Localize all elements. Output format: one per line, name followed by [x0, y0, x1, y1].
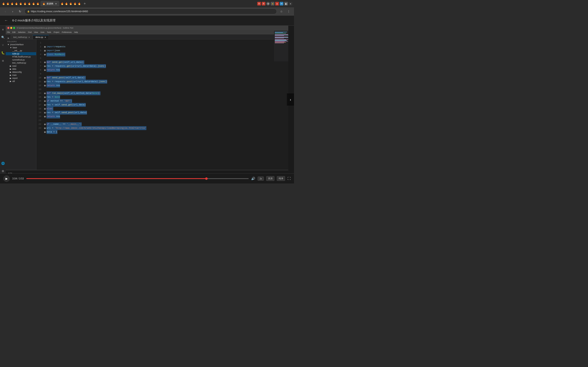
code-line-1: import requests [44, 45, 288, 49]
sidebar-htmltestrunner[interactable]: HTMLTestRunner.py [6, 55, 36, 58]
code-line-12 [44, 87, 288, 91]
suite-py-label: suite.py [12, 53, 19, 55]
bookmark-btn[interactable]: ☆ [278, 8, 284, 14]
sidebar-root[interactable]: ▼ jmoocInterface [6, 43, 36, 46]
video-controls: ▶ 3:04 / 3:53 🔊 2x 高清 纯净 ⛶ [0, 173, 294, 184]
tab-close-demo[interactable]: ✕ [44, 36, 46, 38]
editor-tab-test[interactable]: test_method.py ✕ [11, 35, 33, 39]
new-tab-btn[interactable]: + [82, 1, 87, 7]
terminal-area: F{F ====================================… [6, 170, 288, 173]
reload-btn[interactable]: ↻ [17, 8, 23, 14]
extension-icon-4[interactable]: ★ [271, 2, 274, 6]
sidebar-dataconfig-folder[interactable]: ▶dataconfig [6, 71, 36, 74]
sidebar-runmethod[interactable]: runmethod.py [6, 58, 36, 61]
titlebar-controls [7, 27, 15, 29]
runmethod-label: runmethod.py [12, 59, 25, 61]
back-btn[interactable]: ‹ [2, 8, 8, 14]
active-tab-icon: 🔥 [43, 2, 45, 5]
panel-icon-gear[interactable]: ⚙ [1, 169, 5, 173]
sidebar-base-folder[interactable]: ▼ base [6, 46, 36, 49]
nav-right: ☆ ⋮ [278, 8, 292, 14]
code-line-20 [44, 118, 288, 122]
flame-icon-r1: 🔥 [60, 2, 64, 6]
sidebar-root-label: jmoocInterface [10, 43, 24, 46]
editor-tab-demo[interactable]: demo.py ✕ [33, 35, 49, 39]
extension-icon-1[interactable]: R [257, 2, 261, 6]
dataconfig-label: dataconfig [12, 71, 22, 73]
panel-icon-menu[interactable]: ≡ [1, 27, 5, 32]
lock-icon: 🔒 [27, 10, 30, 12]
editor-title-path: E:\www\jmoocInterface\base\demo.py [jmoo… [17, 27, 73, 29]
progress-thumb[interactable] [205, 177, 208, 180]
menu-preferences[interactable]: Preferences [62, 31, 72, 33]
code-line-13: def run_main(self,url,method,data=None): [44, 91, 288, 95]
url-text: https://coding.imooc.com/lesson/155.html… [31, 10, 88, 13]
quality-btn[interactable]: 高清 [266, 176, 274, 181]
flame-icon-9: 🔥 [36, 2, 40, 6]
maximize-window-btn[interactable] [13, 27, 15, 29]
extension-icon-7[interactable]: ◧ [284, 2, 288, 6]
minimize-window-btn[interactable] [10, 27, 12, 29]
data-label: data [12, 68, 16, 70]
tab-close-test[interactable]: ✕ [28, 36, 30, 38]
sidebar-report-folder[interactable]: ▶report [6, 77, 36, 80]
code-line-18: res = self.send_post(url,data) [44, 111, 288, 115]
testmethod-label: test_method.py [12, 62, 26, 64]
tab-close-btn[interactable]: ✕ [54, 2, 57, 5]
sidebar-case-folder[interactable]: ▶case [6, 64, 36, 67]
menu-goto[interactable]: Goto [40, 31, 44, 33]
code-line-11: return res [44, 83, 288, 87]
address-bar[interactable]: 🔒 https://coding.imooc.com/lesson/155.ht… [25, 8, 277, 14]
panel-icon-globe[interactable]: 🌐 [1, 161, 5, 166]
code-line-7: return res [44, 68, 288, 72]
flame-icon-6: 🔥 [23, 2, 27, 6]
progress-bar[interactable] [26, 178, 249, 179]
sidebar-util-folder[interactable]: ▶util [6, 80, 36, 83]
speed-btn[interactable]: 2x [258, 176, 264, 181]
menu-help[interactable]: Help [74, 31, 78, 33]
active-tab[interactable]: 🔥 慕课网 ✕ [40, 1, 60, 7]
menu-btn[interactable]: ⋮ [286, 8, 292, 14]
subtitle-btn[interactable]: 纯净 [277, 176, 285, 181]
menu-find[interactable]: Find [28, 31, 32, 33]
panel-icon-search[interactable]: 🔍 [1, 35, 5, 40]
volume-btn[interactable]: 🔊 [251, 176, 255, 180]
menu-edit[interactable]: Edit [12, 31, 16, 33]
fullscreen-btn[interactable]: ⛶ [287, 177, 291, 180]
time-total-value: 3:53 [19, 177, 24, 180]
panel-icon-debug[interactable]: 🐛 [1, 50, 5, 55]
sidebar-testmethod[interactable]: test_method.py [6, 61, 36, 64]
extension-icon-6[interactable]: iM [280, 2, 283, 6]
sidebar-data-folder[interactable]: ▶data [6, 67, 36, 71]
code-line-8 [44, 72, 288, 76]
sidebar-main-folder[interactable]: ▶main [6, 74, 36, 77]
sidebar-suite-py[interactable]: suite.py [6, 52, 36, 55]
extension-icon-3[interactable]: ⚙ [266, 2, 270, 6]
menu-view[interactable]: View [34, 31, 38, 33]
play-btn[interactable]: ▶ [3, 175, 10, 182]
main-label: main [12, 74, 17, 76]
page-back-btn[interactable]: ← [3, 18, 9, 24]
extension-icon-8[interactable]: ≡ [289, 2, 292, 6]
menu-tools[interactable]: Tools [47, 31, 51, 33]
right-nav-arrow[interactable]: › [287, 93, 294, 106]
code-line-2: import json [44, 49, 288, 53]
forward-btn[interactable]: › [10, 8, 16, 14]
extension-icon-5[interactable]: ● [275, 2, 279, 6]
panel-icon-git[interactable]: ⑂ [1, 43, 5, 47]
extension-icon-2[interactable]: R [262, 2, 265, 6]
video-area: ≡ 🔍 ⑂ 🐛 ⧈ 🌐 ⚙ E:\www\jmoocInterface\base… [0, 26, 294, 173]
main-content: ≡ 🔍 ⑂ 🐛 ⧈ 🌐 ⚙ E:\www\jmoocInterface\base… [0, 26, 294, 184]
panel-icon-ext[interactable]: ⧈ [1, 58, 5, 63]
menu-selection[interactable]: Selection [18, 31, 26, 33]
menu-project[interactable]: Project [53, 31, 59, 33]
code-content[interactable]: import requests import json class RunMai… [43, 39, 288, 170]
code-area[interactable]: 1 2 3 4 5 6 7 8 9 10 11 12 13 14 [36, 39, 288, 170]
sidebar-init-py[interactable]: __init__.py [6, 49, 36, 52]
menu-file[interactable]: File [7, 31, 10, 33]
flame-icon-r4: 🔥 [73, 2, 77, 6]
init-py-label: __init__.py [12, 50, 22, 52]
play-icon: ▶ [6, 177, 8, 180]
tab-icon-group-right: 🔥 🔥 🔥 🔥 🔥 [60, 2, 81, 6]
close-window-btn[interactable] [7, 27, 9, 29]
